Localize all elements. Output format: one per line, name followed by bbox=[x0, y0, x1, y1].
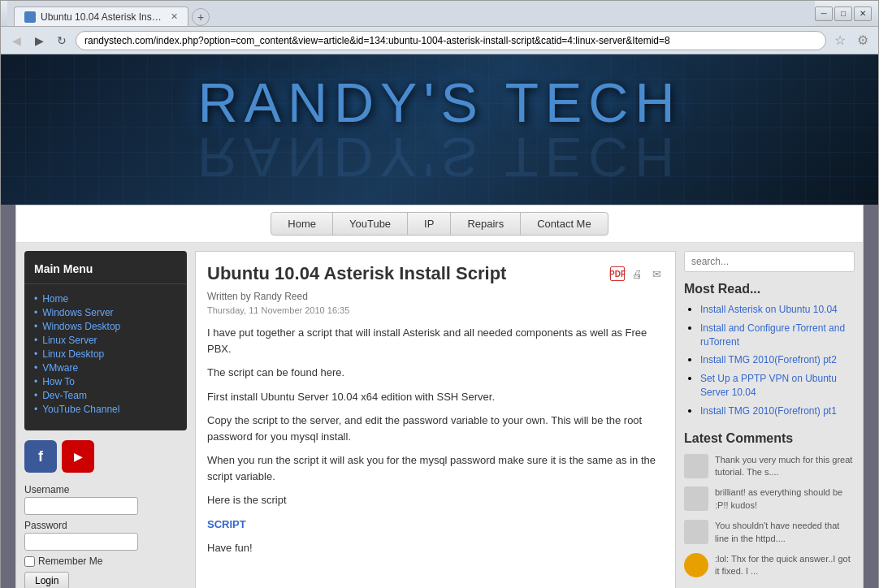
remember-checkbox[interactable] bbox=[24, 556, 35, 567]
password-input[interactable] bbox=[24, 533, 138, 551]
menu-link-windows-server[interactable]: Windows Server bbox=[34, 307, 177, 318]
site-wrapper: RANDY'S TECH RANDY'S TECH Home YouTube I… bbox=[1, 54, 878, 588]
refresh-button[interactable]: ↻ bbox=[53, 32, 71, 50]
main-article: PDF 🖨 ✉ Ubuntu 10.04 Asterisk Install Sc… bbox=[195, 251, 676, 588]
password-label: Password bbox=[24, 520, 187, 531]
comment-avatar bbox=[684, 553, 708, 577]
menu-link-vmware[interactable]: VMware bbox=[34, 362, 177, 374]
forward-button[interactable]: ▶ bbox=[30, 32, 48, 50]
list-item: Home bbox=[34, 293, 177, 305]
article-para-2: The script can be found here. bbox=[207, 365, 664, 381]
list-item: Linux Desktop bbox=[34, 348, 177, 360]
email-icon[interactable]: ✉ bbox=[649, 266, 664, 281]
pdf-icon[interactable]: PDF bbox=[610, 266, 625, 281]
nav-item-youtube[interactable]: YouTube bbox=[333, 213, 408, 235]
site-title: RANDY'S TECH bbox=[197, 71, 681, 134]
remember-me: Remember Me bbox=[24, 556, 187, 567]
comment-item-3: You shouldn't have needed that line in t… bbox=[684, 520, 855, 545]
list-item: Set Up a PPTP VPN on Ubuntu Server 10.04 bbox=[700, 372, 855, 400]
comment-avatar bbox=[684, 520, 708, 544]
menu-link-howto[interactable]: How To bbox=[34, 376, 177, 387]
most-read-link-3[interactable]: Install TMG 2010(Forefront) pt2 bbox=[700, 354, 837, 365]
comment-text-1: Thank you very much for this great tutor… bbox=[715, 454, 855, 479]
menu-link-windows-desktop[interactable]: Windows Desktop bbox=[34, 321, 177, 332]
main-menu-title: Main Menu bbox=[24, 257, 187, 284]
site-logo: RANDY'S TECH RANDY'S TECH bbox=[197, 71, 681, 189]
title-bar: Ubuntu 10.04 Asterisk Inst... ✕ + ─ □ ✕ bbox=[1, 1, 878, 27]
tab-close-button[interactable]: ✕ bbox=[171, 11, 178, 22]
article-para-5: When you run the script it will ask you … bbox=[207, 452, 664, 484]
site-header: RANDY'S TECH RANDY'S TECH bbox=[1, 54, 878, 205]
main-menu-list: Home Windows Server Windows Desktop Linu… bbox=[24, 284, 187, 424]
nav-item-ip[interactable]: IP bbox=[408, 213, 451, 235]
most-read-link-5[interactable]: Install TMG 2010(Forefront) pt1 bbox=[700, 405, 837, 417]
wrench-icon[interactable]: ⚙ bbox=[854, 32, 872, 50]
list-item: Install Asterisk on Ubuntu 10.04 bbox=[700, 303, 855, 317]
comment-avatar bbox=[684, 486, 708, 511]
menu-link-home[interactable]: Home bbox=[34, 293, 177, 305]
remember-label: Remember Me bbox=[38, 556, 102, 567]
username-input[interactable] bbox=[24, 497, 138, 515]
article-para-3: First install Ubuntu Server 10.04 x64 ed… bbox=[207, 389, 664, 405]
most-read-link-2[interactable]: Install and Configure rTorrent and ruTor… bbox=[700, 322, 845, 348]
most-read-title: Most Read... bbox=[684, 282, 855, 296]
comment-text-3: You shouldn't have needed that line in t… bbox=[715, 520, 855, 545]
script-link[interactable]: SCRIPT bbox=[207, 518, 246, 530]
active-tab[interactable]: Ubuntu 10.04 Asterisk Inst... ✕ bbox=[14, 6, 188, 26]
most-read-link-4[interactable]: Set Up a PPTP VPN on Ubuntu Server 10.04 bbox=[700, 373, 837, 398]
facebook-icon[interactable]: f bbox=[24, 440, 57, 473]
most-read-link-1[interactable]: Install Asterisk on Ubuntu 10.04 bbox=[700, 304, 838, 315]
print-icon[interactable]: 🖨 bbox=[630, 266, 644, 281]
left-sidebar: Main Menu Home Windows Server Windows De… bbox=[24, 251, 187, 588]
content-wrapper: Main Menu Home Windows Server Windows De… bbox=[16, 243, 863, 588]
nav-item-repairs[interactable]: Repairs bbox=[451, 213, 521, 235]
main-content-area: Home YouTube IP Repairs Contact Me Main … bbox=[15, 205, 864, 588]
article-icons: PDF 🖨 ✉ bbox=[610, 266, 664, 281]
maximize-button[interactable]: □ bbox=[834, 6, 852, 21]
site-title-reflected: RANDY'S TECH bbox=[197, 126, 681, 189]
list-item: YouTube Channel bbox=[34, 404, 177, 415]
youtube-icon[interactable]: ▶ bbox=[62, 440, 94, 473]
menu-link-linux-server[interactable]: Linux Server bbox=[34, 335, 177, 346]
menu-link-youtube-channel[interactable]: YouTube Channel bbox=[34, 404, 177, 415]
menu-link-devteam[interactable]: Dev-Team bbox=[34, 390, 177, 401]
back-button[interactable]: ◀ bbox=[7, 32, 25, 50]
search-input[interactable] bbox=[684, 251, 855, 272]
login-button[interactable]: Login bbox=[24, 572, 69, 588]
url-input[interactable] bbox=[76, 31, 826, 50]
tab-bar: Ubuntu 10.04 Asterisk Inst... ✕ + bbox=[7, 1, 815, 26]
nav-item-home[interactable]: Home bbox=[271, 213, 333, 235]
new-tab-button[interactable]: + bbox=[192, 8, 210, 26]
right-sidebar: Most Read... Install Asterisk on Ubuntu … bbox=[684, 251, 855, 588]
article-author: Written by Randy Reed bbox=[207, 291, 664, 302]
comment-item-4: :lol: Thx for the quick answer..I got it… bbox=[684, 553, 855, 578]
nav-inner: Home YouTube IP Repairs Contact Me bbox=[271, 212, 608, 236]
nav-item-contact[interactable]: Contact Me bbox=[521, 213, 607, 235]
tab-favicon bbox=[24, 11, 36, 23]
list-item: Windows Desktop bbox=[34, 321, 177, 332]
article-para-6: Here is the script bbox=[207, 492, 664, 508]
address-bar: ◀ ▶ ↻ ☆ ⚙ bbox=[1, 27, 878, 54]
most-read-list: Install Asterisk on Ubuntu 10.04 Install… bbox=[684, 303, 855, 418]
latest-comments-title: Latest Comments bbox=[684, 431, 855, 446]
menu-link-linux-desktop[interactable]: Linux Desktop bbox=[34, 348, 177, 360]
article-title: Ubuntu 10.04 Asterisk Install Script bbox=[207, 263, 664, 284]
list-item: Linux Server bbox=[34, 335, 177, 346]
minimize-button[interactable]: ─ bbox=[815, 6, 833, 21]
login-section: Username Password Remember Me Login bbox=[24, 484, 187, 588]
comment-item-2: brilliant! as everything should be :P!! … bbox=[684, 486, 855, 512]
social-icons: f ▶ bbox=[24, 440, 187, 473]
list-item: Install TMG 2010(Forefront) pt2 bbox=[700, 353, 855, 367]
comment-text-4: :lol: Thx for the quick answer..I got it… bbox=[715, 553, 855, 578]
list-item: How To bbox=[34, 376, 177, 387]
bookmark-star-icon[interactable]: ☆ bbox=[831, 32, 849, 50]
close-button[interactable]: ✕ bbox=[854, 6, 872, 21]
comment-item-1: Thank you very much for this great tutor… bbox=[684, 454, 855, 479]
article-body: I have put together a script that will i… bbox=[207, 325, 664, 556]
main-menu: Main Menu Home Windows Server Windows De… bbox=[24, 251, 187, 430]
list-item: Install and Configure rTorrent and ruTor… bbox=[700, 322, 855, 349]
username-label: Username bbox=[24, 484, 187, 495]
list-item: Dev-Team bbox=[34, 390, 177, 401]
tab-title: Ubuntu 10.04 Asterisk Inst... bbox=[41, 11, 162, 23]
article-footer: Have fun! bbox=[207, 540, 664, 556]
